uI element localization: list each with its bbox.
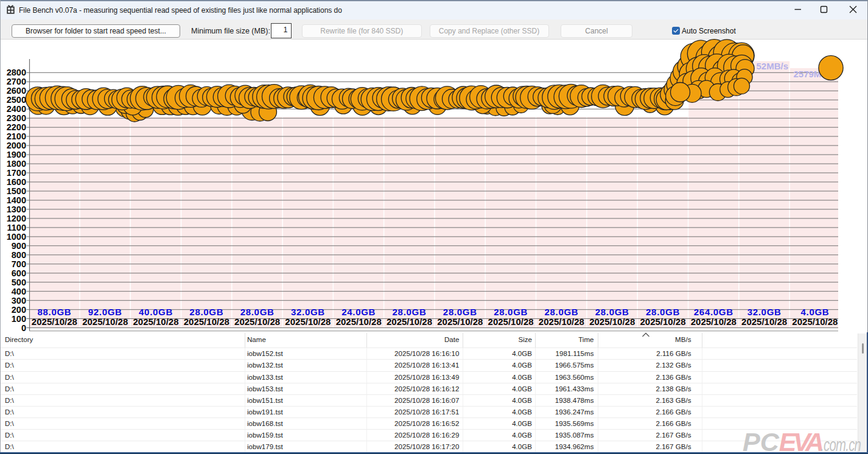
svg-text:2400: 2400 — [7, 104, 26, 114]
svg-text:0: 0 — [21, 323, 26, 333]
svg-text:32.0GB: 32.0GB — [747, 307, 782, 317]
svg-text:900: 900 — [12, 241, 26, 251]
svg-text:2025/10/28: 2025/10/28 — [32, 316, 77, 327]
svg-text:2800: 2800 — [7, 68, 26, 77]
svg-text:28.0GB: 28.0GB — [443, 307, 477, 317]
svg-text:24.0GB: 24.0GB — [341, 307, 376, 317]
svg-text:600: 600 — [12, 268, 26, 278]
svg-text:92.0GB: 92.0GB — [88, 307, 122, 317]
svg-text:2025/10/28: 2025/10/28 — [387, 316, 432, 327]
svg-text:2000: 2000 — [7, 141, 26, 150]
svg-text:4.0GB: 4.0GB — [800, 307, 829, 317]
svg-text:28.0GB: 28.0GB — [393, 307, 427, 317]
svg-text:1400: 1400 — [7, 195, 26, 205]
svg-text:28.0GB: 28.0GB — [240, 307, 275, 317]
svg-text:2025/10/28: 2025/10/28 — [336, 316, 382, 327]
svg-text:700: 700 — [12, 259, 26, 269]
svg-text:2600: 2600 — [7, 86, 26, 96]
svg-text:2025/10/28: 2025/10/28 — [539, 316, 584, 327]
svg-text:200: 200 — [12, 305, 26, 315]
svg-text:2025/10/28: 2025/10/28 — [488, 316, 534, 327]
svg-text:2025/10/28: 2025/10/28 — [184, 316, 229, 327]
svg-text:28.0GB: 28.0GB — [595, 307, 629, 317]
svg-text:28.0GB: 28.0GB — [494, 307, 528, 317]
svg-text:1000: 1000 — [7, 232, 26, 242]
svg-text:1100: 1100 — [7, 223, 26, 232]
svg-text:2025/10/28: 2025/10/28 — [640, 316, 685, 327]
svg-text:100: 100 — [12, 314, 26, 324]
svg-text:2025/10/28: 2025/10/28 — [792, 316, 838, 327]
svg-text:52MB/s: 52MB/s — [756, 61, 788, 71]
svg-text:1800: 1800 — [7, 159, 26, 169]
svg-text:2200: 2200 — [7, 122, 26, 132]
svg-text:2025/10/28: 2025/10/28 — [234, 316, 280, 327]
svg-text:2300: 2300 — [7, 113, 26, 123]
svg-text:1200: 1200 — [7, 214, 26, 223]
svg-text:2100: 2100 — [7, 131, 26, 141]
svg-text:800: 800 — [12, 250, 26, 260]
svg-text:1900: 1900 — [7, 150, 26, 159]
svg-text:2025/10/28: 2025/10/28 — [437, 316, 483, 327]
svg-text:2025/10/28: 2025/10/28 — [741, 316, 787, 327]
svg-text:28.0GB: 28.0GB — [189, 307, 223, 317]
svg-text:300: 300 — [12, 296, 26, 306]
svg-text:264.0GB: 264.0GB — [694, 307, 733, 317]
svg-text:1700: 1700 — [7, 168, 26, 178]
svg-text:2025/10/28: 2025/10/28 — [691, 316, 737, 327]
svg-text:88.0GB: 88.0GB — [37, 307, 71, 317]
svg-text:2700: 2700 — [7, 77, 26, 86]
svg-text:1300: 1300 — [7, 204, 26, 214]
svg-text:2025/10/28: 2025/10/28 — [82, 316, 128, 327]
svg-text:2025/10/28: 2025/10/28 — [133, 316, 178, 327]
svg-text:400: 400 — [12, 287, 26, 296]
svg-text:1500: 1500 — [7, 186, 26, 196]
svg-text:500: 500 — [12, 278, 26, 287]
svg-text:28.0GB: 28.0GB — [646, 307, 680, 317]
svg-text:2025/10/28: 2025/10/28 — [285, 316, 331, 327]
svg-text:28.0GB: 28.0GB — [544, 307, 578, 317]
svg-text:40.0GB: 40.0GB — [139, 307, 173, 317]
svg-text:1600: 1600 — [7, 177, 26, 187]
svg-text:32.0GB: 32.0GB — [291, 307, 325, 317]
svg-text:2500: 2500 — [7, 95, 26, 105]
svg-text:2025/10/28: 2025/10/28 — [589, 316, 635, 327]
